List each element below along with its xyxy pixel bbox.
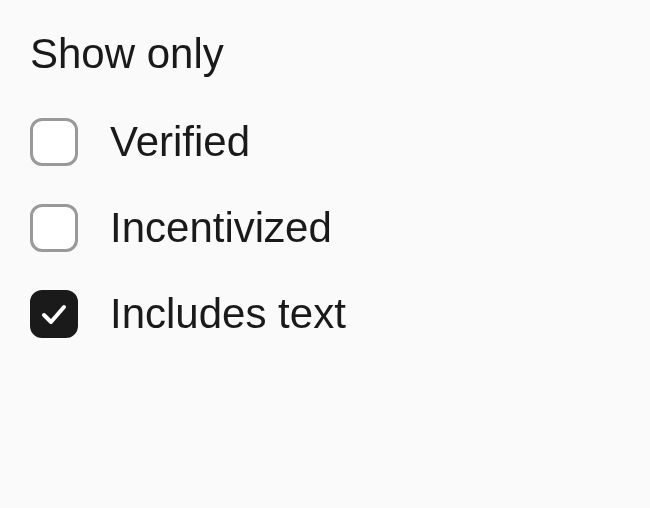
checkbox-verified[interactable] xyxy=(30,118,78,166)
checkbox-row-incentivized[interactable]: Incentivized xyxy=(30,204,620,252)
filter-section: Show only Verified Incentivized xyxy=(30,30,620,338)
checkbox-row-includes-text[interactable]: Includes text xyxy=(30,290,620,338)
checkbox-label-verified: Verified xyxy=(110,118,250,166)
checkbox-row-verified[interactable]: Verified xyxy=(30,118,620,166)
checkmark-icon xyxy=(40,300,68,328)
checkbox-incentivized[interactable] xyxy=(30,204,78,252)
checkbox-label-incentivized: Incentivized xyxy=(110,204,332,252)
checkbox-includes-text[interactable] xyxy=(30,290,78,338)
section-title: Show only xyxy=(30,30,620,78)
checkbox-label-includes-text: Includes text xyxy=(110,290,346,338)
checkbox-list: Verified Incentivized Includes text xyxy=(30,118,620,338)
